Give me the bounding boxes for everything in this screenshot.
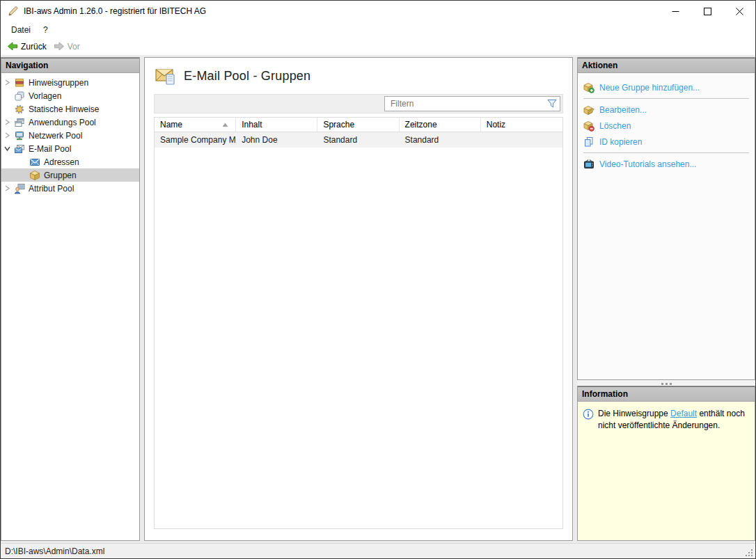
column-header-zeitzone[interactable]: Zeitzone xyxy=(400,118,481,132)
addresses-icon xyxy=(29,157,40,168)
close-button[interactable] xyxy=(723,1,755,22)
content-title-bar: E-Mail Pool - Gruppen xyxy=(145,58,572,94)
tree-item-netzwerk-pool[interactable]: Netzwerk Pool xyxy=(1,129,139,142)
column-header-notiz[interactable]: Notiz xyxy=(481,118,562,132)
window-title: IBI-aws Admin 1.26.0 - registriert für I… xyxy=(24,6,659,16)
column-header-label: Zeitzone xyxy=(405,120,437,129)
forward-button[interactable]: Vor xyxy=(50,40,84,54)
tree-item-label: E-Mail Pool xyxy=(25,144,71,154)
table-area: Name Inhalt Sprache Zeitzone Notiz Sampl… xyxy=(154,94,563,529)
application-pool-icon xyxy=(13,117,25,128)
app-logo-icon xyxy=(7,5,19,17)
tree-item-label: Hinweisgruppen xyxy=(25,78,88,88)
information-panel: Information Die Hinweisgruppe Default en… xyxy=(577,386,755,541)
title-bar: IBI-aws Admin 1.26.0 - registriert für I… xyxy=(1,1,755,22)
page-title: E-Mail Pool - Gruppen xyxy=(184,69,310,84)
separator xyxy=(583,152,749,153)
filter-funnel-icon[interactable] xyxy=(547,99,557,109)
tree-item-label: Attribut Pool xyxy=(25,184,74,194)
column-header-sprache[interactable]: Sprache xyxy=(317,118,399,132)
minimize-button[interactable] xyxy=(659,1,691,22)
templates-icon xyxy=(13,90,25,102)
sort-ascending-icon xyxy=(222,123,228,127)
action-copy-id[interactable]: ID kopieren xyxy=(578,134,755,150)
tree-item-label: Anwendungs Pool xyxy=(25,118,96,127)
info-icon xyxy=(583,409,594,420)
separator xyxy=(583,98,749,99)
cell-inhalt: John Doe xyxy=(236,132,317,148)
groups-icon xyxy=(29,170,40,181)
chevron-right-icon[interactable] xyxy=(1,132,13,139)
actions-header: Aktionen xyxy=(578,58,755,73)
cell-sprache: Standard xyxy=(317,132,399,148)
toolbar: Zurück Vor xyxy=(1,38,755,55)
back-arrow-icon xyxy=(7,41,18,52)
column-header-inhalt[interactable]: Inhalt xyxy=(236,118,317,132)
forward-label: Vor xyxy=(68,42,80,52)
close-icon xyxy=(736,8,743,15)
information-header: Information xyxy=(578,386,755,402)
filter-box xyxy=(384,96,560,111)
cell-zeitzone: Standard xyxy=(400,132,481,148)
maximize-button[interactable] xyxy=(691,1,723,22)
tree-item-statische-hinweise[interactable]: Statische Hinweise xyxy=(1,102,139,116)
action-label: ID kopieren xyxy=(599,137,642,147)
main-area: Navigation Hinweisgruppen Vorlagen xyxy=(1,55,755,543)
back-button[interactable]: Zurück xyxy=(3,40,50,54)
resize-grip[interactable] xyxy=(744,548,754,558)
action-add-group[interactable]: Neue Gruppe hinzufügen... xyxy=(578,79,755,95)
chevron-down-icon[interactable] xyxy=(1,145,13,152)
column-header-name[interactable]: Name xyxy=(155,118,236,132)
action-label: Löschen xyxy=(599,121,631,131)
actions-panel: Aktionen Neue Gruppe hinzufügen... xyxy=(577,57,755,380)
table-row[interactable]: Sample Company M... John Doe Standard St… xyxy=(155,132,562,148)
video-tutorials-icon xyxy=(583,159,594,170)
action-video-tutorials[interactable]: Video-Tutorials ansehen... xyxy=(578,156,755,172)
attribute-pool-icon xyxy=(13,183,25,194)
information-body: Die Hinweisgruppe Default enthält noch n… xyxy=(578,402,755,540)
table-header-row: Name Inhalt Sprache Zeitzone Notiz xyxy=(155,117,562,132)
column-header-label: Name xyxy=(160,120,182,129)
tree-item-attribut-pool[interactable]: Attribut Pool xyxy=(1,182,139,195)
filter-input[interactable] xyxy=(384,96,560,111)
menu-help[interactable]: ? xyxy=(37,23,54,37)
column-header-label: Sprache xyxy=(323,120,354,129)
back-label: Zurück xyxy=(21,42,47,52)
chevron-right-icon[interactable] xyxy=(1,118,13,126)
tree-item-label: Adressen xyxy=(40,157,79,167)
default-group-link[interactable]: Default xyxy=(670,409,697,418)
menu-datei[interactable]: Datei xyxy=(5,23,37,37)
menu-bar: Datei ? xyxy=(1,22,755,38)
tree-item-label: Vorlagen xyxy=(25,91,61,101)
table-empty-area xyxy=(155,148,562,528)
groups-table: Name Inhalt Sprache Zeitzone Notiz Sampl… xyxy=(154,117,563,529)
actions-info-splitter[interactable] xyxy=(577,380,755,386)
tree-item-vorlagen[interactable]: Vorlagen xyxy=(1,89,139,102)
maximize-icon xyxy=(704,8,711,15)
action-edit[interactable]: Bearbeiten... xyxy=(578,102,755,118)
tree-item-label: Gruppen xyxy=(40,171,77,180)
add-group-icon xyxy=(583,82,594,93)
column-header-label: Notiz xyxy=(487,120,505,129)
tree-item-anwendungs-pool[interactable]: Anwendungs Pool xyxy=(1,116,139,129)
action-delete[interactable]: Löschen xyxy=(578,118,755,134)
data-file-path: D:\IBI-aws\Admin\Data.xml xyxy=(5,546,744,556)
chevron-right-icon[interactable] xyxy=(1,184,13,192)
filter-bar xyxy=(154,94,563,113)
tree-item-email-pool[interactable]: E-Mail Pool xyxy=(1,142,139,155)
tree-item-adressen[interactable]: Adressen xyxy=(1,155,139,168)
tree-item-hinweisgruppen[interactable]: Hinweisgruppen xyxy=(1,76,139,89)
navigation-header: Navigation xyxy=(1,58,139,73)
copy-id-icon xyxy=(583,136,594,148)
action-label: Neue Gruppe hinzufügen... xyxy=(599,83,700,93)
cell-notiz xyxy=(481,132,562,148)
chevron-right-icon[interactable] xyxy=(1,79,13,86)
tree-item-gruppen[interactable]: Gruppen xyxy=(1,168,139,182)
information-message: Die Hinweisgruppe Default enthält noch n… xyxy=(598,408,750,431)
window-controls xyxy=(659,1,755,22)
info-text-before: Die Hinweisgruppe xyxy=(598,409,670,418)
app-window: IBI-aws Admin 1.26.0 - registriert für I… xyxy=(0,0,756,559)
action-label: Bearbeiten... xyxy=(599,105,647,115)
static-notices-icon xyxy=(13,104,25,115)
email-group-large-icon xyxy=(155,65,177,86)
